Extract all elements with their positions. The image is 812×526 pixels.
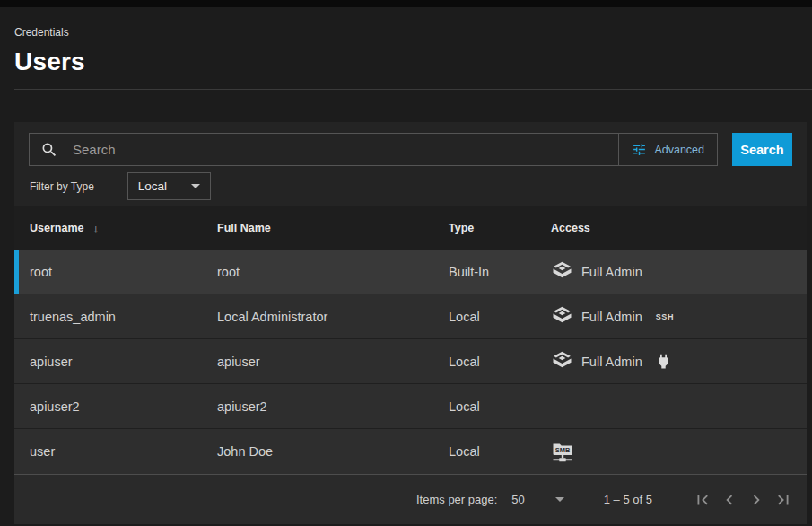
column-header-username[interactable]: Username ↓ <box>30 222 217 235</box>
svg-text:SMB: SMB <box>555 446 571 454</box>
tune-icon <box>632 142 647 157</box>
table-row[interactable]: user John Doe Local SSH <box>14 429 807 474</box>
table-row[interactable]: apiuser apiuser Local Full Admin SSH <box>14 339 807 384</box>
access-cell: Full Admin SSH SMB <box>551 350 807 373</box>
column-header-full-name[interactable]: Full Name <box>217 222 449 234</box>
chevron-right-icon <box>747 490 766 510</box>
last-page-button[interactable] <box>773 489 794 511</box>
table-row[interactable]: root root Built-In Full Admin SSH <box>14 250 807 294</box>
username-cell: root <box>30 265 217 279</box>
column-header-access[interactable]: Access <box>551 222 807 234</box>
type-cell: Built-In <box>449 265 551 279</box>
items-per-page-value: 50 <box>511 493 524 506</box>
chevron-down-icon <box>555 497 564 502</box>
api-key-icon <box>654 352 673 371</box>
type-filter-select[interactable]: Local <box>127 172 211 200</box>
table-body: root root Built-In Full Admin SSH <box>14 250 807 474</box>
top-bar <box>0 0 812 7</box>
last-page-icon <box>773 490 793 510</box>
page-title: Users <box>14 47 798 76</box>
type-filter-value: Local <box>138 180 167 193</box>
breadcrumb[interactable]: Credentials <box>14 26 798 39</box>
filter-by-type-label: Filter by Type <box>30 180 94 193</box>
chevron-left-icon <box>720 490 739 510</box>
access-role-label: Full Admin <box>581 310 642 324</box>
search-button[interactable]: Search <box>732 133 792 166</box>
table-row[interactable]: apiuser2 apiuser2 Local SSH <box>14 384 807 429</box>
ssh-icon: SSH <box>656 312 674 321</box>
search-input[interactable] <box>64 134 618 165</box>
access-cell: Full Admin SSH SMB <box>551 305 807 328</box>
page-range-label: 1 – 5 of 5 <box>604 493 652 506</box>
full-name-cell: John Doe <box>217 444 449 459</box>
smb-icon: SMB <box>551 441 574 463</box>
sort-desc-icon: ↓ <box>92 222 99 235</box>
column-header-type[interactable]: Type <box>449 222 551 234</box>
type-cell: Local <box>449 310 551 324</box>
filter-row: Filter by Type Local <box>29 172 792 200</box>
table-header: Username ↓ Full Name Type Access <box>14 206 807 250</box>
users-panel: Advanced Search Filter by Type Local Use… <box>14 122 807 524</box>
previous-page-button[interactable] <box>719 489 740 511</box>
search-icon <box>30 141 64 159</box>
first-page-icon <box>693 490 712 510</box>
page-header: Credentials Users <box>14 26 798 76</box>
chevron-down-icon <box>191 184 200 188</box>
access-cell: Full Admin SSH SMB <box>551 260 807 283</box>
full-name-cell: Local Administrator <box>217 310 449 324</box>
username-cell: user <box>30 444 217 459</box>
advanced-search-toggle[interactable]: Advanced <box>618 134 717 165</box>
search-box: Advanced <box>29 133 718 166</box>
type-cell: Local <box>449 444 551 459</box>
access-role-label: Full Admin <box>581 265 642 279</box>
pagination-bar: Items per page: 50 1 – 5 of 5 <box>14 474 807 524</box>
next-page-button[interactable] <box>746 489 767 511</box>
search-filter-card: Advanced Search Filter by Type Local <box>14 122 807 206</box>
full-name-cell: apiuser2 <box>217 399 449 414</box>
type-cell: Local <box>449 399 551 414</box>
items-per-page-select[interactable]: 50 <box>511 493 563 506</box>
username-cell: apiuser <box>30 355 217 369</box>
full-name-cell: root <box>217 265 449 279</box>
full-admin-icon <box>551 350 573 373</box>
type-cell: Local <box>449 355 551 369</box>
username-cell: truenas_admin <box>30 310 217 324</box>
access-cell: SSH SMB <box>551 441 807 463</box>
table-row[interactable]: truenas_admin Local Administrator Local … <box>14 294 807 339</box>
full-admin-icon <box>551 260 573 283</box>
username-cell: apiuser2 <box>30 399 217 414</box>
search-row: Advanced Search <box>29 133 792 166</box>
access-role-label: Full Admin <box>581 355 642 369</box>
first-page-button[interactable] <box>692 489 713 511</box>
title-divider <box>14 89 812 90</box>
full-admin-icon <box>551 305 573 328</box>
advanced-label: Advanced <box>654 144 704 156</box>
full-name-cell: apiuser <box>217 355 449 369</box>
items-per-page-label: Items per page: <box>416 493 497 506</box>
